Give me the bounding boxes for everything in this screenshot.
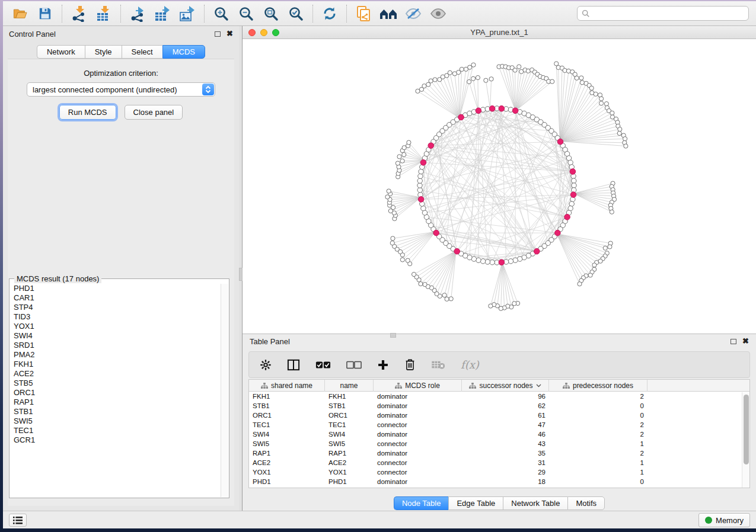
close-panel-button[interactable]: Close panel — [125, 105, 183, 120]
table-mode-gear-icon[interactable] — [260, 359, 272, 371]
tab-select[interactable]: Select — [122, 45, 162, 59]
toolbar-separator — [346, 5, 347, 23]
list-item[interactable]: STB1 — [14, 407, 221, 416]
table-cell: YOX1 — [249, 469, 325, 476]
import-network-icon[interactable] — [69, 4, 89, 23]
export-table-icon[interactable] — [152, 4, 173, 23]
network-graph[interactable] — [243, 39, 756, 334]
table-row[interactable]: FKH1FKH1dominator962 — [249, 392, 749, 401]
list-item[interactable]: RAP1 — [14, 398, 221, 407]
tab-edge-table[interactable]: Edge Table — [448, 496, 503, 510]
table-cell: dominator — [374, 402, 462, 409]
table-cell: SWI4 — [325, 431, 374, 438]
column-header-successor-nodes[interactable]: successor nodes — [462, 380, 549, 392]
show-all-icon[interactable] — [428, 4, 448, 23]
list-item[interactable]: ACE2 — [14, 369, 221, 379]
deselect-all-icon[interactable] — [346, 361, 362, 369]
list-item[interactable]: PHD1 — [14, 284, 221, 293]
search-icon — [582, 9, 590, 18]
list-item[interactable]: SWI5 — [14, 416, 221, 426]
column-header-MCDS-role[interactable]: MCDS role — [374, 380, 462, 392]
control-panel-title: Control Panel — [9, 30, 56, 39]
close-table-panel-icon[interactable]: ✖ — [742, 338, 749, 344]
network-canvas[interactable] — [243, 39, 756, 334]
optimization-criterion-select[interactable]: largest connected component (undirected) — [27, 82, 215, 97]
mcds-result-scrollbar[interactable] — [221, 284, 228, 497]
table-cell: 1 — [549, 440, 647, 447]
run-mcds-button[interactable]: Run MCDS — [59, 105, 116, 120]
table-cell: 96 — [462, 393, 549, 400]
table-row[interactable]: ORC1ORC1dominator610 — [249, 411, 749, 420]
table-panel-title: Table Panel — [250, 337, 290, 346]
table-scrollbar-thumb[interactable] — [744, 395, 749, 464]
mcds-result-list[interactable]: PHD1CAR1STP4TID3YOX1SWI4SRD1PMA2FKH1ACE2… — [10, 284, 221, 497]
column-header-predecessor-nodes[interactable]: predecessor nodes — [549, 380, 647, 392]
list-item[interactable]: FKH1 — [14, 360, 221, 369]
delete-columns-icon[interactable] — [404, 358, 416, 371]
function-builder-icon[interactable]: f(x) — [461, 358, 479, 371]
save-session-icon[interactable] — [35, 4, 55, 23]
table-row[interactable]: SWI5SWI5connector431 — [249, 439, 749, 448]
tab-node-table[interactable]: Node Table — [394, 496, 449, 510]
status-bar: Memory — [3, 511, 756, 528]
select-all-icon[interactable] — [315, 361, 331, 369]
list-item[interactable]: STB5 — [14, 379, 221, 388]
zoom-selected-icon[interactable] — [286, 4, 306, 23]
task-history-button[interactable] — [9, 514, 27, 527]
table-row[interactable]: RAP1RAP1dominator352 — [249, 448, 749, 458]
memory-status-icon — [705, 517, 712, 524]
duplicate-network-icon[interactable] — [353, 4, 374, 23]
list-item[interactable]: STP4 — [14, 303, 221, 312]
list-item[interactable]: ORC1 — [14, 388, 221, 398]
list-item[interactable]: CAR1 — [14, 293, 221, 303]
table-cell: ACE2 — [249, 459, 325, 466]
list-item[interactable]: TID3 — [14, 312, 221, 322]
import-table-icon[interactable] — [94, 4, 114, 23]
table-row[interactable]: SWI4SWI4dominator462 — [249, 430, 749, 439]
tab-network[interactable]: Network — [37, 45, 85, 59]
list-item[interactable]: SRD1 — [14, 341, 221, 350]
show-columns-icon[interactable] — [287, 359, 300, 371]
refresh-icon[interactable] — [320, 4, 340, 23]
open-file-icon[interactable] — [10, 4, 30, 23]
table-cell: SWI5 — [325, 440, 374, 447]
column-header-name[interactable]: name — [325, 380, 374, 392]
close-panel-icon[interactable]: ✖ — [227, 31, 233, 37]
table-row[interactable]: YOX1YOX1connector291 — [249, 467, 749, 477]
table-row[interactable]: TEC1TEC1connector472 — [249, 420, 749, 430]
float-panel-icon[interactable] — [215, 31, 221, 37]
table-cell: 29 — [462, 469, 549, 476]
table-cell: SWI4 — [249, 431, 325, 438]
table-cell: 2 — [549, 450, 647, 457]
list-item[interactable]: SWI4 — [14, 331, 221, 341]
horizontal-splitter-grip[interactable] — [390, 333, 396, 338]
table-scrollbar[interactable] — [742, 392, 749, 488]
zoom-out-icon[interactable] — [236, 4, 256, 23]
table-row[interactable]: PHD1PHD1dominator180 — [249, 477, 749, 486]
list-item[interactable]: TEC1 — [14, 426, 221, 435]
zoom-fit-icon[interactable] — [261, 4, 281, 23]
tab-network-table[interactable]: Network Table — [503, 496, 567, 510]
float-table-panel-icon[interactable] — [731, 339, 736, 344]
delete-table-icon[interactable] — [431, 360, 445, 370]
memory-button[interactable]: Memory — [698, 513, 750, 527]
first-neighbors-icon[interactable] — [378, 4, 398, 23]
list-item[interactable]: GCR1 — [14, 435, 221, 445]
list-item[interactable]: YOX1 — [14, 322, 221, 331]
hide-selected-icon[interactable] — [403, 4, 423, 23]
table-row[interactable]: ACE2ACE2connector311 — [249, 458, 749, 467]
tab-style[interactable]: Style — [85, 45, 122, 59]
column-header-shared-name[interactable]: shared name — [249, 380, 325, 392]
table-cell: 46 — [462, 431, 549, 438]
export-image-icon[interactable] — [177, 4, 197, 23]
export-network-icon[interactable] — [127, 4, 148, 23]
network-window-titlebar[interactable]: YPA_prune.txt_1 — [243, 26, 756, 39]
tab-motifs[interactable]: Motifs — [567, 496, 605, 510]
list-item[interactable]: PMA2 — [14, 350, 221, 360]
search-input[interactable] — [590, 8, 748, 20]
create-column-icon[interactable] — [377, 359, 389, 371]
table-cell: STB1 — [249, 402, 325, 409]
zoom-in-icon[interactable] — [211, 4, 231, 23]
table-row[interactable]: STB1STB1dominator620 — [249, 401, 749, 411]
tab-mcds[interactable]: MCDS — [162, 45, 205, 59]
